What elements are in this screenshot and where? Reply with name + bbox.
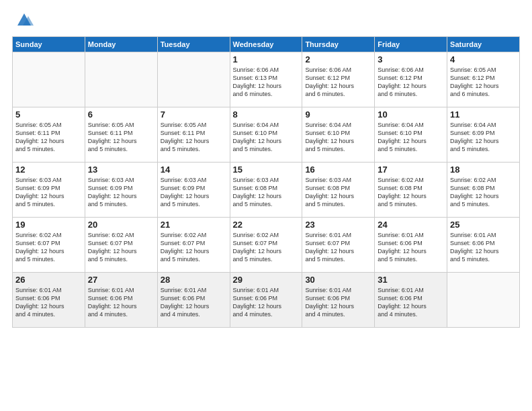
day-number: 12 xyxy=(15,165,82,175)
weekday-tuesday: Tuesday xyxy=(157,37,230,52)
day-number: 10 xyxy=(378,109,444,120)
calendar-cell: 20Sunrise: 6:02 AM Sunset: 6:07 PM Dayli… xyxy=(85,218,157,273)
weekday-thursday: Thursday xyxy=(302,37,375,52)
day-number: 27 xyxy=(88,275,154,285)
day-info: Sunrise: 6:06 AM Sunset: 6:12 PM Dayligh… xyxy=(378,66,444,99)
day-info: Sunrise: 6:05 AM Sunset: 6:11 PM Dayligh… xyxy=(161,121,227,154)
calendar-cell: 18Sunrise: 6:02 AM Sunset: 6:08 PM Dayli… xyxy=(447,163,520,218)
week-row-3: 19Sunrise: 6:02 AM Sunset: 6:07 PM Dayli… xyxy=(13,218,520,273)
day-number: 3 xyxy=(378,54,444,64)
day-number: 31 xyxy=(378,275,444,285)
calendar-cell: 27Sunrise: 6:01 AM Sunset: 6:06 PM Dayli… xyxy=(85,273,157,328)
calendar: SundayMondayTuesdayWednesdayThursdayFrid… xyxy=(12,36,520,328)
calendar-cell: 10Sunrise: 6:04 AM Sunset: 6:10 PM Dayli… xyxy=(375,107,447,163)
calendar-cell: 1Sunrise: 6:06 AM Sunset: 6:13 PM Daylig… xyxy=(230,52,302,107)
calendar-cell: 28Sunrise: 6:01 AM Sunset: 6:06 PM Dayli… xyxy=(157,273,230,328)
day-number: 28 xyxy=(161,275,227,285)
day-number: 11 xyxy=(450,109,517,120)
day-number: 20 xyxy=(88,220,154,230)
weekday-wednesday: Wednesday xyxy=(230,37,302,52)
calendar-cell: 15Sunrise: 6:03 AM Sunset: 6:08 PM Dayli… xyxy=(230,163,302,218)
day-info: Sunrise: 6:03 AM Sunset: 6:09 PM Dayligh… xyxy=(161,176,227,209)
calendar-cell: 24Sunrise: 6:01 AM Sunset: 6:06 PM Dayli… xyxy=(375,218,447,273)
day-info: Sunrise: 6:02 AM Sunset: 6:07 PM Dayligh… xyxy=(88,231,154,264)
day-info: Sunrise: 6:05 AM Sunset: 6:11 PM Dayligh… xyxy=(88,121,154,154)
calendar-cell: 9Sunrise: 6:04 AM Sunset: 6:10 PM Daylig… xyxy=(302,107,375,163)
day-number: 1 xyxy=(233,54,300,64)
calendar-cell: 31Sunrise: 6:01 AM Sunset: 6:06 PM Dayli… xyxy=(375,273,447,328)
day-info: Sunrise: 6:01 AM Sunset: 6:06 PM Dayligh… xyxy=(378,286,444,319)
day-number: 4 xyxy=(450,54,517,64)
day-number: 25 xyxy=(450,220,517,230)
day-info: Sunrise: 6:01 AM Sunset: 6:06 PM Dayligh… xyxy=(450,231,517,264)
day-number: 9 xyxy=(305,109,371,120)
calendar-cell: 22Sunrise: 6:02 AM Sunset: 6:07 PM Dayli… xyxy=(230,218,302,273)
day-number: 21 xyxy=(161,220,227,230)
calendar-cell xyxy=(13,52,85,107)
day-info: Sunrise: 6:01 AM Sunset: 6:06 PM Dayligh… xyxy=(88,286,154,319)
day-number: 30 xyxy=(305,275,371,285)
day-info: Sunrise: 6:02 AM Sunset: 6:07 PM Dayligh… xyxy=(233,231,300,264)
day-info: Sunrise: 6:01 AM Sunset: 6:06 PM Dayligh… xyxy=(305,286,371,319)
week-row-1: 5Sunrise: 6:05 AM Sunset: 6:11 PM Daylig… xyxy=(13,107,520,163)
calendar-cell: 16Sunrise: 6:03 AM Sunset: 6:08 PM Dayli… xyxy=(302,163,375,218)
calendar-cell: 3Sunrise: 6:06 AM Sunset: 6:12 PM Daylig… xyxy=(375,52,447,107)
day-info: Sunrise: 6:02 AM Sunset: 6:07 PM Dayligh… xyxy=(15,231,82,264)
calendar-cell: 14Sunrise: 6:03 AM Sunset: 6:09 PM Dayli… xyxy=(157,163,230,218)
calendar-cell xyxy=(157,52,230,107)
calendar-cell xyxy=(447,273,520,328)
day-info: Sunrise: 6:04 AM Sunset: 6:09 PM Dayligh… xyxy=(450,121,517,154)
day-number: 23 xyxy=(305,220,371,230)
calendar-cell: 6Sunrise: 6:05 AM Sunset: 6:11 PM Daylig… xyxy=(85,107,157,163)
calendar-cell: 2Sunrise: 6:06 AM Sunset: 6:12 PM Daylig… xyxy=(302,52,375,107)
weekday-monday: Monday xyxy=(85,37,157,52)
day-number: 22 xyxy=(233,220,300,230)
weekday-saturday: Saturday xyxy=(447,37,520,52)
day-info: Sunrise: 6:01 AM Sunset: 6:06 PM Dayligh… xyxy=(378,231,444,264)
day-number: 15 xyxy=(233,165,300,175)
day-number: 13 xyxy=(88,165,154,175)
day-info: Sunrise: 6:05 AM Sunset: 6:11 PM Dayligh… xyxy=(15,121,82,154)
day-info: Sunrise: 6:04 AM Sunset: 6:10 PM Dayligh… xyxy=(305,121,371,154)
day-info: Sunrise: 6:02 AM Sunset: 6:08 PM Dayligh… xyxy=(450,176,517,209)
day-info: Sunrise: 6:03 AM Sunset: 6:08 PM Dayligh… xyxy=(305,176,371,209)
day-info: Sunrise: 6:04 AM Sunset: 6:10 PM Dayligh… xyxy=(378,121,444,154)
day-number: 7 xyxy=(161,109,227,120)
week-row-2: 12Sunrise: 6:03 AM Sunset: 6:09 PM Dayli… xyxy=(13,163,520,218)
page: SundayMondayTuesdayWednesdayThursdayFrid… xyxy=(0,0,532,411)
calendar-cell: 30Sunrise: 6:01 AM Sunset: 6:06 PM Dayli… xyxy=(302,273,375,328)
calendar-cell: 11Sunrise: 6:04 AM Sunset: 6:09 PM Dayli… xyxy=(447,107,520,163)
weekday-friday: Friday xyxy=(375,37,447,52)
day-info: Sunrise: 6:02 AM Sunset: 6:08 PM Dayligh… xyxy=(378,176,444,209)
day-number: 14 xyxy=(161,165,227,175)
day-number: 16 xyxy=(305,165,371,175)
calendar-cell: 26Sunrise: 6:01 AM Sunset: 6:06 PM Dayli… xyxy=(13,273,85,328)
day-info: Sunrise: 6:06 AM Sunset: 6:12 PM Dayligh… xyxy=(305,66,371,99)
day-number: 29 xyxy=(233,275,300,285)
day-number: 8 xyxy=(233,109,300,120)
calendar-cell: 29Sunrise: 6:01 AM Sunset: 6:06 PM Dayli… xyxy=(230,273,302,328)
calendar-cell: 17Sunrise: 6:02 AM Sunset: 6:08 PM Dayli… xyxy=(375,163,447,218)
day-info: Sunrise: 6:05 AM Sunset: 6:12 PM Dayligh… xyxy=(450,66,517,99)
calendar-cell: 19Sunrise: 6:02 AM Sunset: 6:07 PM Dayli… xyxy=(13,218,85,273)
day-number: 6 xyxy=(88,109,154,120)
weekday-header-row: SundayMondayTuesdayWednesdayThursdayFrid… xyxy=(13,37,520,52)
logo-icon xyxy=(15,11,34,30)
header xyxy=(12,11,520,30)
calendar-cell: 5Sunrise: 6:05 AM Sunset: 6:11 PM Daylig… xyxy=(13,107,85,163)
calendar-cell: 4Sunrise: 6:05 AM Sunset: 6:12 PM Daylig… xyxy=(447,52,520,107)
day-info: Sunrise: 6:04 AM Sunset: 6:10 PM Dayligh… xyxy=(233,121,300,154)
calendar-cell: 7Sunrise: 6:05 AM Sunset: 6:11 PM Daylig… xyxy=(157,107,230,163)
calendar-cell: 13Sunrise: 6:03 AM Sunset: 6:09 PM Dayli… xyxy=(85,163,157,218)
day-number: 24 xyxy=(378,220,444,230)
calendar-cell: 25Sunrise: 6:01 AM Sunset: 6:06 PM Dayli… xyxy=(447,218,520,273)
day-info: Sunrise: 6:06 AM Sunset: 6:13 PM Dayligh… xyxy=(233,66,300,99)
week-row-4: 26Sunrise: 6:01 AM Sunset: 6:06 PM Dayli… xyxy=(13,273,520,328)
day-info: Sunrise: 6:01 AM Sunset: 6:06 PM Dayligh… xyxy=(161,286,227,319)
day-number: 19 xyxy=(15,220,82,230)
week-row-0: 1Sunrise: 6:06 AM Sunset: 6:13 PM Daylig… xyxy=(13,52,520,107)
day-info: Sunrise: 6:03 AM Sunset: 6:08 PM Dayligh… xyxy=(233,176,300,209)
day-number: 17 xyxy=(378,165,444,175)
logo xyxy=(12,11,34,30)
day-number: 5 xyxy=(15,109,82,120)
